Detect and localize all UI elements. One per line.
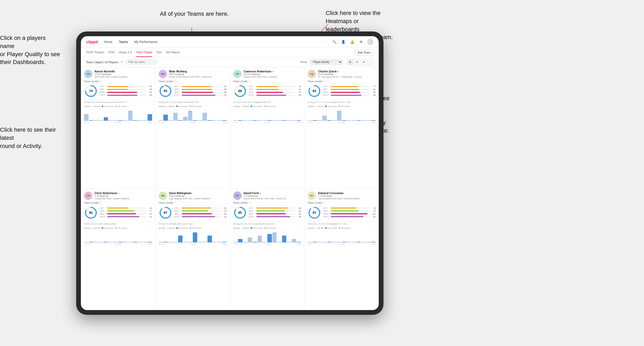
mini-chart	[308, 108, 376, 121]
player-card[interactable]: EC Edward Crossman 1-5 Handicap Sunningd…	[304, 189, 379, 310]
show-select[interactable]: Player Activity Quality Score Trend	[310, 60, 342, 65]
annotation-latest-round: Click here to see their latestround or A…	[0, 126, 60, 150]
chart-bar	[287, 120, 291, 121]
stat-bar-container	[331, 210, 370, 211]
chart-bar	[332, 242, 336, 242]
latest-round[interactable]: 18 Jul 23 | 74 (+4), Sunningdale GC - Ol…	[308, 221, 376, 225]
quality-label: Player Quality ⓘ	[84, 80, 152, 83]
player-card[interactable]: BM Blair McHarg Plus Handicap Royal Nort…	[155, 67, 230, 189]
sub-nav-hcaps[interactable]: Hcaps 1-5	[119, 48, 132, 57]
svg-text:93: 93	[164, 89, 167, 93]
stat-label: OTT	[249, 207, 255, 209]
chart-bar	[183, 242, 188, 242]
stat-bar-container	[331, 207, 370, 209]
latest-round[interactable]: 03 Mar 23 | 19, Must make putting →	[84, 221, 152, 225]
latest-round-text: 04 Sep 23 | Mobility with coach, Gym	[159, 223, 193, 225]
filter-button[interactable]: ▼	[361, 59, 367, 65]
player-card[interactable]: CR Chris Robertson ✓ 1-5 Handicap Craigm…	[81, 189, 155, 310]
stat-label: PUTT	[100, 94, 106, 96]
off-course-legend: Off course	[190, 105, 201, 108]
latest-round[interactable]: 02 Sep 23 | Sunset round to get back int…	[84, 99, 152, 104]
sub-nav-pga[interactable]: PGA	[108, 48, 115, 57]
player-name[interactable]: Dave Billingham	[169, 191, 227, 195]
nav-home[interactable]: Home	[104, 40, 112, 44]
player-handicap: 1-5 Handicap	[95, 195, 152, 197]
stat-value: 84	[147, 91, 152, 93]
stat-bar	[331, 86, 358, 87]
chart-bar	[222, 242, 227, 242]
score-circle: 68	[233, 84, 247, 98]
chart-bar	[217, 120, 222, 121]
sub-nav-pgat[interactable]: PGAT Players	[86, 48, 104, 57]
stat-bar-container	[331, 213, 370, 214]
player-name[interactable]: Charlie Quick ✓	[318, 70, 376, 73]
quality-section[interactable]: 68 OTT 61 APP 63 ARG 75 PUTT	[233, 84, 301, 98]
list-view-button[interactable]: ☰	[354, 59, 360, 65]
chart-bar	[233, 242, 238, 242]
grid-view-button[interactable]: ⊞	[347, 59, 353, 65]
player-name[interactable]: Aaron Nicholls	[95, 70, 152, 73]
quality-section[interactable]: 83 OTT 77 APP 80 ARG 83 PUTT	[308, 84, 376, 98]
chart-bar	[113, 120, 118, 121]
player-header: EC Edward Crossman 1-5 Handicap Sunningd…	[308, 191, 376, 200]
stat-label: APP	[249, 210, 255, 212]
player-card[interactable]: DB Dave Billingham Plus Handicap Sag Mag…	[155, 189, 230, 310]
stat-row: APP 85	[174, 88, 227, 91]
player-name[interactable]: Cameron Robertson ✓	[244, 70, 301, 73]
latest-round[interactable]: 26 Aug 23 | 84 (+12), Royal North Devon …	[233, 221, 301, 225]
chart-bar	[159, 242, 163, 242]
quality-section[interactable]: 87 OTT 82 APP 74 ARG 85 PUTT	[159, 206, 227, 220]
player-card[interactable]: CQ Charlie Quick ✓ 6-10 Handicap St. Geo…	[304, 67, 379, 189]
chart-bar	[308, 242, 312, 242]
edit-icon[interactable]: ✏	[121, 60, 123, 64]
chart-bar	[159, 120, 163, 121]
chart-label: 4 Sep	[222, 243, 226, 245]
player-name[interactable]: Edward Crossman	[318, 191, 376, 195]
chart-bar	[104, 117, 108, 121]
settings-icon[interactable]: ⚙	[358, 39, 364, 45]
round-arrow-icon: →	[373, 101, 376, 104]
avatar[interactable]	[367, 39, 373, 45]
player-card[interactable]: DF David Ford ✓ 1-5 Handicap Royal North…	[230, 189, 304, 310]
latest-round[interactable]: 02 Jul 23 | 59 (+17), Craigmillar Park G…	[233, 99, 301, 104]
stat-bar	[182, 216, 215, 217]
stat-bar-container	[107, 216, 146, 217]
chart-label: 31 Jul	[159, 243, 164, 245]
quality-section[interactable]: 74 OTT 60 APP 58 ARG 84 PUTT	[84, 84, 152, 98]
on-course-legend: On course	[176, 227, 188, 229]
sub-nav-all-players[interactable]: All Players	[166, 48, 180, 57]
stat-label: PUTT	[174, 94, 181, 96]
player-name[interactable]: Blair McHarg	[169, 70, 227, 73]
player-card[interactable]: CR Cameron Robertson ✓ 11-15 Handicap Ro…	[230, 67, 304, 189]
player-name[interactable]: Chris Robertson ✓	[95, 191, 152, 195]
sub-nav-team-clippd[interactable]: Team Clippd	[136, 48, 152, 57]
search-input[interactable]	[126, 60, 157, 65]
quality-section[interactable]: 93 OTT 84 APP 85 ARG 88 PUTT	[159, 84, 227, 98]
chart-bar	[366, 242, 371, 242]
add-team-button[interactable]: Add Team	[355, 50, 373, 55]
sort-button[interactable]: ↕	[368, 59, 373, 65]
stat-row: APP 80	[249, 210, 301, 212]
bell-icon[interactable]: 🔔	[349, 39, 355, 45]
quality-section[interactable]: 82 OTT 60 APP 77 ARG 81 PUTT	[84, 206, 152, 220]
quality-section[interactable]: 85 OTT 89 APP 80 ARG 83 PUTT	[233, 206, 301, 220]
latest-round[interactable]: 07 Aug 23 | 77 (+7), St George's Hill GC…	[308, 99, 376, 104]
stat-bar	[107, 89, 128, 90]
stat-label: ARG	[323, 213, 330, 215]
nav-performance[interactable]: My Performance	[134, 40, 158, 44]
sub-nav-tour[interactable]: Tour	[156, 48, 162, 57]
player-card[interactable]: AN Aaron Nicholls 11-15 Handicap Drift G…	[81, 67, 155, 189]
search-icon[interactable]: 🔍	[331, 39, 337, 45]
player-name[interactable]: David Ford ✓	[244, 191, 301, 195]
person-icon[interactable]: 👤	[340, 39, 346, 45]
stat-bar-container	[107, 92, 146, 93]
stat-value: 88	[222, 91, 227, 93]
latest-round[interactable]: 04 Sep 23 | Mobility with coach, Gym →	[159, 221, 227, 225]
latest-round[interactable]: 26 Aug 23 | 73 (+1), Royal North Devon G…	[159, 99, 227, 104]
mini-chart	[84, 108, 152, 121]
nav-teams[interactable]: Teams	[119, 40, 128, 44]
activity-section: Activity · 1 Month On course Off course …	[233, 105, 301, 123]
quality-section[interactable]: 87 OTT 73 APP 79 ARG 103 PUTT	[308, 206, 376, 220]
stat-bar-container	[256, 86, 295, 87]
stat-value: 95	[222, 94, 227, 96]
